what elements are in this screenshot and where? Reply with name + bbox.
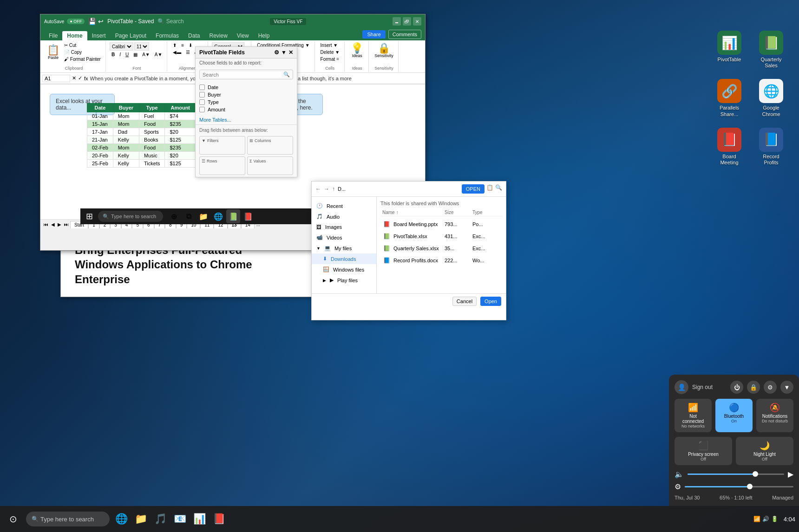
brightness-thumb[interactable] [747, 484, 753, 489]
night-light-tile[interactable]: 🌙 Night Light Off [736, 437, 793, 465]
bold-button[interactable]: B [110, 52, 117, 58]
volume-thumb[interactable] [753, 471, 758, 477]
formula-confirm[interactable]: ✓ [78, 75, 82, 81]
table-cell[interactable]: Mom [113, 112, 139, 120]
windows-start-button[interactable]: ⊞ [82, 209, 96, 223]
privacy-screen-tile[interactable]: ⬛ Privacy screen Off [675, 437, 732, 465]
pivot-columns-area[interactable]: ⊞ Columns [247, 136, 293, 155]
fp-file-row[interactable]: 📕 Board Meeting.pptx 793... Po... [380, 218, 502, 230]
underline-button[interactable]: U [124, 52, 131, 58]
table-cell[interactable]: $74 [165, 112, 196, 120]
desktop-icon-word[interactable]: 📘 Record Profits [753, 125, 790, 169]
sheet-nav-prev[interactable]: ◀ [50, 222, 56, 227]
pivot-dropdown-icon[interactable]: ▼ [281, 49, 287, 56]
fp-file-row[interactable]: 📗 PivotTable.xlsx 431... Exc... [380, 230, 502, 242]
shelf-mail-icon[interactable]: 📧 [171, 510, 189, 528]
desktop-icon-parallels[interactable]: 🔗 Parallels Share... [711, 76, 748, 120]
formula-cancel[interactable]: ✕ [72, 75, 76, 81]
taskbar-ppt-icon[interactable]: 📕 [241, 209, 255, 223]
table-cell[interactable]: Food [139, 120, 165, 128]
pivot-checkbox-type[interactable] [199, 99, 205, 105]
settings-button[interactable]: ⚙ [764, 381, 777, 394]
sensitivity-button[interactable]: 🔒 Sensitivity [373, 42, 395, 59]
fp-col-name[interactable]: Name ↑ [382, 210, 445, 215]
tab-data[interactable]: Data [183, 31, 204, 40]
font-family-select[interactable]: Calibri [110, 42, 133, 51]
fp-file-row[interactable]: 📘 Record Profits.docx 222... Wo... [380, 254, 502, 266]
fp-downloads[interactable]: ⬇ Downloads [312, 253, 376, 264]
shelf-time[interactable]: 4:04 [784, 516, 795, 523]
table-cell[interactable]: Kelly [113, 136, 139, 144]
pivot-checkbox-amount[interactable] [199, 107, 205, 112]
fp-copy-icon[interactable]: 📋 [486, 184, 493, 194]
fp-recent[interactable]: 🕐 Recent [312, 201, 376, 211]
table-cell[interactable]: Mom [113, 120, 139, 128]
taskbar-chrome-icon[interactable]: 🌐 [211, 209, 225, 223]
volume-expand-icon[interactable]: ▶ [788, 470, 793, 479]
tab-view[interactable]: View [232, 31, 254, 40]
desktop-icon-board[interactable]: 📕 Board Meeting [711, 125, 748, 169]
bluetooth-tile[interactable]: 🔵 Bluetooth On [715, 399, 753, 432]
lock-button[interactable]: 🔒 [747, 381, 760, 394]
taskbar-search-icon[interactable]: ⊕ [167, 209, 181, 223]
table-cell[interactable]: 15-Jan [87, 120, 113, 128]
autosave-toggle[interactable]: ● OFF [67, 19, 85, 24]
fp-open-footer-button[interactable]: Open [480, 297, 501, 306]
align-middle-button[interactable]: ≡ [179, 42, 186, 48]
fp-search-icon[interactable]: 🔍 [495, 184, 502, 194]
table-cell[interactable]: $20 [165, 128, 196, 136]
fp-back-button[interactable]: ← [315, 186, 321, 192]
sheet-nav-last[interactable]: ⏭ [63, 222, 70, 227]
ideas-button[interactable]: 💡 Ideas [349, 42, 365, 59]
shelf-launcher-button[interactable]: ⊙ [4, 510, 22, 528]
share-button[interactable]: Share [362, 30, 385, 39]
tab-formulas[interactable]: Formulas [151, 31, 183, 40]
table-cell[interactable]: 01-Jan [87, 112, 113, 120]
align-bottom-button[interactable]: ⬇ [187, 42, 194, 48]
shelf-excel-icon[interactable]: 📊 [190, 510, 208, 528]
table-cell[interactable]: Kelly [113, 160, 139, 168]
table-cell[interactable]: $235 [165, 120, 196, 128]
table-cell[interactable]: 17-Jan [87, 128, 113, 136]
formula-function[interactable]: fx [84, 76, 88, 81]
tab-home[interactable]: Home [62, 31, 87, 40]
fp-myfiles[interactable]: ▼ 💻 My files [312, 243, 376, 253]
align-center-button[interactable]: ☰ [184, 49, 192, 55]
table-cell[interactable]: 20-Feb [87, 152, 113, 160]
table-cell[interactable]: Sports [139, 128, 165, 136]
sheet-nav-next[interactable]: ▶ [56, 222, 63, 227]
desktop-icon-chrome[interactable]: 🌐 Google Chrome [753, 76, 790, 120]
align-left-button[interactable]: ◀▬ [171, 49, 183, 55]
format-painter-button[interactable]: 🖌 Format Painter [62, 56, 103, 62]
pivot-rows-area[interactable]: ☰ Rows [199, 156, 245, 175]
table-cell[interactable]: Kelly [113, 152, 139, 160]
fp-file-row[interactable]: 📗 Quarterly Sales.xlsx 35... Exc... [380, 242, 502, 254]
fp-videos[interactable]: 📹 Videos [312, 232, 376, 243]
table-cell[interactable]: $125 [165, 136, 196, 144]
fill-color-button[interactable]: A▼ [140, 52, 152, 58]
expand-panel-button[interactable]: ▼ [780, 381, 793, 394]
shelf-search-box[interactable]: 🔍 Type here to search [26, 512, 110, 526]
fp-cancel-button[interactable]: Cancel [452, 297, 477, 306]
fp-forward-button[interactable]: → [324, 186, 329, 192]
volume-icon[interactable]: 🔈 [675, 470, 684, 479]
taskbar-excel-icon[interactable]: 📗 [226, 209, 240, 223]
pivot-close-icon[interactable]: ✕ [288, 49, 293, 56]
copy-button[interactable]: 📄 Copy [62, 49, 103, 55]
save-icon[interactable]: 💾 [88, 18, 96, 25]
tab-review[interactable]: Review [204, 31, 232, 40]
cell-reference-input[interactable] [42, 75, 70, 82]
tab-insert[interactable]: Insert [87, 31, 111, 40]
table-cell[interactable]: Music [139, 152, 165, 160]
insert-button[interactable]: Insert ▼ [319, 42, 342, 48]
paste-button[interactable]: 📋 Paste [45, 44, 61, 61]
table-cell[interactable]: $20 [165, 152, 196, 160]
fp-up-button[interactable]: ↑ [332, 186, 335, 192]
taskbar-taskview-icon[interactable]: ⧉ [182, 209, 196, 223]
min-button[interactable]: 🗕 [393, 17, 401, 26]
sheet-nav-first[interactable]: ⏮ [42, 222, 50, 227]
brightness-slider[interactable] [685, 486, 793, 487]
close-button[interactable]: ✕ [413, 17, 421, 26]
table-cell[interactable]: $125 [165, 160, 196, 168]
taskbar-search[interactable]: 🔍 Type here to search [98, 211, 163, 222]
